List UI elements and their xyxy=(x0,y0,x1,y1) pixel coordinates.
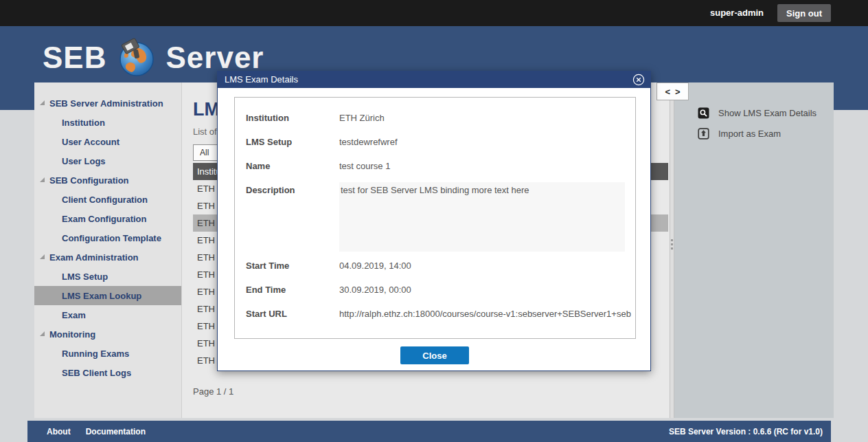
sidebar-item-label: SEB Server Administration xyxy=(49,98,163,109)
collapse-panel-icon[interactable]: < xyxy=(665,87,670,96)
show-lms-exam-details-action[interactable]: Show LMS Exam Details xyxy=(698,107,834,119)
sidebar-item-client-configuration[interactable]: Client Configuration xyxy=(34,190,181,209)
action-panel: Show LMS Exam Details Import as Exam xyxy=(674,82,834,418)
sidebar-item-institution[interactable]: Institution xyxy=(34,113,181,132)
sidebar-item-seb-client-logs[interactable]: SEB Client Logs xyxy=(34,363,181,382)
footer-links: About Documentation xyxy=(47,421,146,442)
sidebar-item-label: Exam Administration xyxy=(49,252,139,263)
field-label-name: Name xyxy=(246,161,335,171)
close-button[interactable]: Close xyxy=(400,346,469,364)
action-label: Show LMS Exam Details xyxy=(718,108,816,118)
field-label-start-time: Start Time xyxy=(246,261,335,271)
sidebar-item-label: LMS Setup xyxy=(62,272,108,282)
field-value-start-url: http://ralph.ethz.ch:18000/courses/cours… xyxy=(339,309,624,319)
close-icon[interactable] xyxy=(632,74,645,86)
field-label-start-url: Start URL xyxy=(246,309,335,319)
tree-expand-icon[interactable] xyxy=(40,254,45,259)
import-icon xyxy=(698,128,709,140)
sidebar-item-lms-setup[interactable]: LMS Setup xyxy=(34,267,181,286)
expand-panel-icon[interactable]: > xyxy=(675,87,681,96)
sidebar-item-configuration-template[interactable]: Configuration Template xyxy=(34,228,181,247)
sidebar-item-running-exams[interactable]: Running Exams xyxy=(34,344,181,363)
sidebar-item-seb-configuration[interactable]: SEB Configuration xyxy=(34,170,181,190)
dialog-titlebar: LMS Exam Details xyxy=(218,71,650,88)
lms-exam-details-dialog: LMS Exam Details InstitutionETH ZürichLM… xyxy=(217,71,651,371)
globe-logo-icon xyxy=(116,38,156,78)
sidebar-item-label: LMS Exam Lookup xyxy=(62,291,141,301)
sidebar-item-label: Configuration Template xyxy=(62,233,161,243)
sign-out-button[interactable]: Sign out xyxy=(777,4,831,22)
logo-text-seb: SEB xyxy=(43,41,106,75)
action-panel-toggle: < > xyxy=(656,82,689,100)
pagination: Page 1 / 1 xyxy=(193,386,233,397)
field-value-lms-setup: testdewrefwref xyxy=(339,137,624,147)
field-value-end-time: 30.09.2019, 00:00 xyxy=(339,285,624,295)
import-as-exam-action[interactable]: Import as Exam xyxy=(698,128,834,140)
sidebar-item-label: User Logs xyxy=(62,156,106,166)
tree-expand-icon[interactable] xyxy=(40,177,45,182)
sidebar-item-label: Client Configuration xyxy=(62,195,148,205)
sidebar-item-user-logs[interactable]: User Logs xyxy=(34,151,181,170)
footer: About Documentation SEB Server Version :… xyxy=(27,421,831,442)
logo-text-server: Server xyxy=(165,41,264,75)
version-text: SEB Server Version : 0.6.6 (RC for v1.0) xyxy=(669,421,823,442)
username: super-admin xyxy=(710,8,764,18)
sidebar-item-label: Running Exams xyxy=(62,349,129,359)
magnifier-icon xyxy=(698,107,709,119)
sidebar-item-exam-administration[interactable]: Exam Administration xyxy=(34,247,181,267)
field-value-start-time: 04.09.2019, 14:00 xyxy=(339,261,624,271)
sidebar-item-monitoring[interactable]: Monitoring xyxy=(34,324,181,344)
dialog-fields: InstitutionETH ZürichLMS Setuptestdewref… xyxy=(234,97,636,339)
page-subtitle: List of xyxy=(193,126,217,137)
sidebar-item-label: Exam Configuration xyxy=(62,214,147,224)
sidebar-item-user-account[interactable]: User Account xyxy=(34,132,181,151)
action-label: Import as Exam xyxy=(718,129,781,139)
field-label-lms-setup: LMS Setup xyxy=(246,137,335,147)
sidebar-item-label: Monitoring xyxy=(49,329,95,340)
sidebar-item-label: SEB Configuration xyxy=(49,175,129,186)
tree-expand-icon[interactable] xyxy=(40,331,45,336)
field-value-description: test for SEB Server LMS binding more tex… xyxy=(339,182,625,252)
sidebar-item-exam[interactable]: Exam xyxy=(34,305,181,324)
about-link[interactable]: About xyxy=(47,427,71,437)
panel-splitter[interactable] xyxy=(670,82,674,418)
sidebar-item-label: SEB Client Logs xyxy=(62,368,131,378)
field-label-description: Description xyxy=(246,185,335,195)
documentation-link[interactable]: Documentation xyxy=(86,427,146,437)
sidebar-item-exam-configuration[interactable]: Exam Configuration xyxy=(34,209,181,228)
sidebar-item-label: User Account xyxy=(62,137,119,147)
topbar: super-admin Sign out xyxy=(0,0,868,26)
sidebar-item-label: Exam xyxy=(62,310,86,320)
field-label-institution: Institution xyxy=(246,113,335,123)
sidebar-item-seb-server-administration[interactable]: SEB Server Administration xyxy=(34,93,181,113)
sidebar-item-label: Institution xyxy=(62,118,105,128)
dialog-title: LMS Exam Details xyxy=(225,74,298,85)
splitter-grip-icon xyxy=(671,239,673,241)
field-label-end-time: End Time xyxy=(246,285,335,295)
field-value-institution: ETH Zürich xyxy=(339,113,624,123)
sidebar-item-lms-exam-lookup[interactable]: LMS Exam Lookup xyxy=(34,286,181,305)
sidebar-nav: SEB Server AdministrationInstitutionUser… xyxy=(34,82,182,418)
field-value-name: test course 1 xyxy=(339,161,624,171)
tree-expand-icon[interactable] xyxy=(40,100,45,105)
